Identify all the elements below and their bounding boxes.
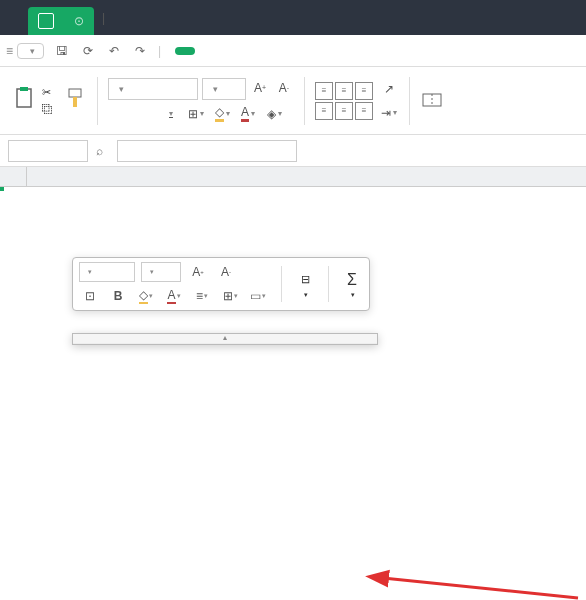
tab-divider: | [102, 11, 105, 25]
merge-button[interactable] [420, 88, 444, 114]
mini-align-button[interactable]: ≡ [191, 286, 213, 306]
align-top-center[interactable]: ≡ [335, 82, 353, 100]
mini-font-size-select[interactable]: ▾ [141, 262, 181, 282]
merge-group [414, 88, 450, 114]
title-bar: ⊙ | [0, 0, 586, 35]
mini-font-color-button[interactable]: A [163, 286, 185, 306]
menu-bar: ≡ ▾ 🖫 ⟳ ↶ ↷ | [0, 35, 586, 67]
divider: | [158, 44, 161, 58]
mini-font-name-select[interactable]: ▾ [79, 262, 135, 282]
file-menu[interactable]: ▾ [17, 43, 44, 59]
chevron-down-icon: ▾ [150, 268, 154, 276]
app-menu-icon[interactable]: ≡ [6, 44, 13, 58]
orientation-button[interactable]: ↗ [379, 79, 399, 99]
svg-line-6 [383, 578, 578, 598]
tab-data[interactable] [267, 47, 275, 55]
formula-input[interactable] [117, 140, 297, 162]
tab-extra[interactable] [327, 47, 335, 55]
ribbon-tabs [175, 47, 335, 55]
svg-rect-0 [17, 89, 31, 107]
tab-view[interactable] [307, 47, 315, 55]
tab-review[interactable] [287, 47, 295, 55]
align-bottom-left[interactable]: ≡ [315, 102, 333, 120]
divider [281, 266, 282, 302]
font-group: ▾ ▾ A+ A- ⊞ ◇ A ◈ [102, 78, 300, 124]
search-icon[interactable]: ⌕ [96, 144, 103, 158]
chevron-down-icon: ▾ [213, 84, 218, 94]
mini-merge-button[interactable]: ⊟ ▾ [294, 270, 316, 299]
annotation-arrow [378, 543, 586, 600]
chevron-down-icon: ▾ [304, 291, 308, 299]
mini-toolbar: ▾ ▾ A+ A- ⊡ B ◇ A ≡ ⊞ ▭ ⊟ ▾ Σ ▾ [72, 257, 370, 311]
chevron-down-icon: ▾ [88, 268, 92, 276]
alignment-group: ≡≡≡ ≡≡≡ ↗ ⇥ [309, 79, 405, 123]
divider [304, 77, 305, 125]
context-menu: ▴ [72, 333, 378, 345]
clipboard-group: ✂ ⿻ [6, 86, 93, 115]
wrap-text-button[interactable]: ⇥ [379, 103, 399, 123]
context-menu-scroll-up[interactable]: ▴ [73, 334, 377, 344]
fill-color-button[interactable]: ◇ [212, 104, 232, 124]
chevron-down-icon: ▾ [351, 291, 355, 299]
save-icon[interactable]: 🖫 [52, 41, 72, 61]
mini-style-button[interactable]: ▭ [247, 286, 269, 306]
tab-formula[interactable] [247, 47, 255, 55]
align-bottom-center[interactable]: ≡ [335, 102, 353, 120]
mini-autosum-button[interactable]: Σ ▾ [341, 270, 363, 299]
divider [409, 77, 410, 125]
copy-button[interactable]: ⿻ [42, 103, 57, 115]
svg-rect-3 [73, 97, 77, 107]
tab-page-layout[interactable] [227, 47, 235, 55]
formula-bar: ⌕ [0, 135, 586, 167]
mini-format-icon[interactable]: ⊡ [79, 286, 101, 306]
alignment-grid[interactable]: ≡≡≡ ≡≡≡ [315, 82, 373, 120]
divider [97, 77, 98, 125]
underline-button[interactable] [160, 104, 180, 124]
decrease-font-button[interactable]: A- [274, 78, 294, 98]
align-top-right[interactable]: ≡ [355, 82, 373, 100]
italic-button[interactable] [134, 104, 154, 124]
mini-bold-button[interactable]: B [107, 286, 129, 306]
mini-border-button[interactable]: ⊞ [219, 286, 241, 306]
copy-icon: ⿻ [42, 103, 53, 115]
border-button[interactable]: ⊞ [186, 104, 206, 124]
font-name-select[interactable]: ▾ [108, 78, 198, 100]
cell-style-button[interactable]: ◈ [264, 104, 284, 124]
cut-button[interactable]: ✂ [42, 86, 57, 99]
mini-decrease-font[interactable]: A- [215, 262, 237, 282]
fx-group: ⌕ [96, 144, 109, 158]
tab-menu-icon[interactable]: ⊙ [74, 14, 84, 28]
bold-button[interactable] [108, 104, 128, 124]
mini-increase-font[interactable]: A+ [187, 262, 209, 282]
chevron-down-icon: ▾ [119, 84, 124, 94]
increase-font-button[interactable]: A+ [250, 78, 270, 98]
format-painter-button[interactable] [63, 86, 87, 112]
undo-icon[interactable]: ↶ [104, 41, 124, 61]
refresh-icon[interactable]: ⟳ [78, 41, 98, 61]
tab-insert[interactable] [207, 47, 215, 55]
selection-outline [0, 187, 4, 191]
redo-icon[interactable]: ↷ [130, 41, 150, 61]
brush-icon [63, 86, 87, 110]
align-bottom-right[interactable]: ≡ [355, 102, 373, 120]
name-box[interactable] [8, 140, 88, 162]
font-color-button[interactable]: A [238, 104, 258, 124]
column-headers [0, 167, 586, 187]
font-size-select[interactable]: ▾ [202, 78, 246, 100]
paste-icon [12, 86, 36, 110]
merge-icon [420, 88, 444, 112]
paste-button[interactable] [12, 86, 36, 112]
qat: 🖫 ⟳ ↶ ↷ [52, 41, 150, 61]
select-all-corner[interactable] [0, 167, 27, 186]
tab-home[interactable] [175, 47, 195, 55]
merge-icon: ⊟ [294, 270, 316, 290]
scissors-icon: ✂ [42, 86, 51, 99]
divider [328, 266, 329, 302]
svg-rect-1 [20, 87, 28, 91]
sigma-icon: Σ [341, 270, 363, 290]
align-top-left[interactable]: ≡ [315, 82, 333, 100]
mini-fill-color-button[interactable]: ◇ [135, 286, 157, 306]
chevron-down-icon: ▾ [30, 46, 35, 56]
ribbon: ✂ ⿻ ▾ ▾ A+ A- ⊞ ◇ A ◈ [0, 67, 586, 135]
workbook-tab[interactable]: ⊙ [28, 7, 94, 35]
